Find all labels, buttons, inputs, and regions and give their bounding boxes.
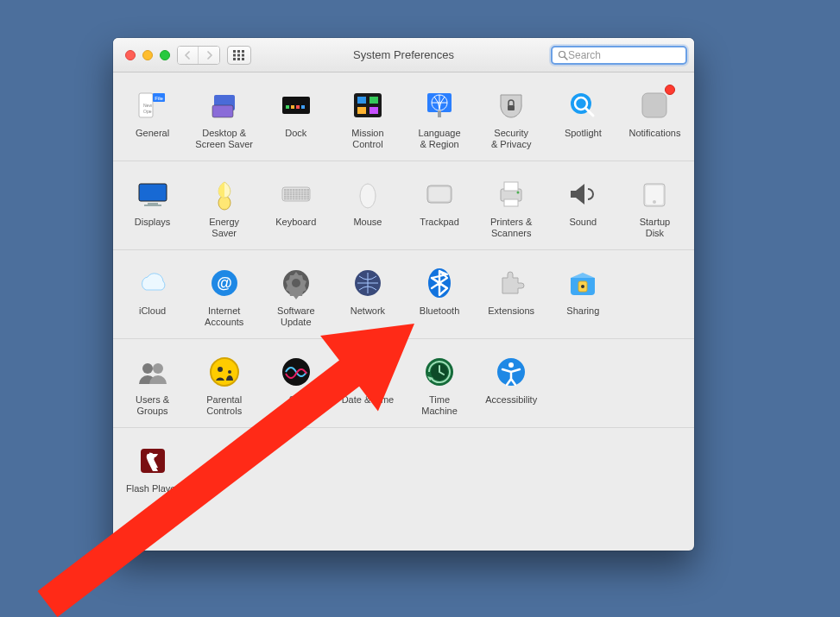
- svg-text:@: @: [217, 274, 232, 292]
- pref-siri[interactable]: Siri: [260, 351, 332, 419]
- svg-rect-80: [287, 198, 289, 199]
- pref-dock[interactable]: Dock: [260, 85, 332, 152]
- svg-rect-74: [295, 196, 298, 198]
- pref-label: iCloud: [139, 305, 166, 317]
- pref-trackpad[interactable]: Trackpad: [404, 173, 476, 241]
- pref-label: Printers & Scanners: [490, 217, 532, 239]
- chevron-right-icon: [205, 51, 213, 60]
- pref-network[interactable]: Network: [332, 262, 403, 330]
- svg-rect-2: [242, 50, 244, 53]
- pref-label: Software Update: [277, 305, 314, 328]
- pref-icloud[interactable]: iCloud: [117, 262, 188, 330]
- zoom-window-button[interactable]: [160, 50, 170, 60]
- pref-row-3: Users & Groups Parental Controls Siri 18…: [113, 339, 694, 428]
- svg-rect-91: [429, 187, 450, 201]
- pref-internet[interactable]: @Internet Accounts: [188, 262, 260, 330]
- svg-rect-26: [369, 97, 378, 104]
- pref-software[interactable]: Software Update: [260, 262, 332, 330]
- svg-rect-117: [369, 370, 382, 374]
- startup-icon: [637, 177, 672, 211]
- pref-printers[interactable]: Printers & Scanners: [476, 173, 547, 241]
- pref-users[interactable]: Users & Groups: [117, 351, 188, 419]
- pref-label: Desktop & Screen Saver: [195, 128, 253, 150]
- svg-rect-48: [298, 189, 300, 191]
- pref-label: Date & Time: [342, 394, 395, 406]
- pref-label: Network: [351, 305, 385, 317]
- svg-text:File: File: [155, 96, 163, 101]
- svg-rect-66: [298, 193, 300, 195]
- extensions-icon: [494, 266, 528, 300]
- back-button[interactable]: [178, 47, 199, 64]
- svg-rect-37: [139, 184, 167, 201]
- pref-label: General: [136, 128, 169, 139]
- pref-mission[interactable]: Mission Control: [332, 85, 403, 152]
- nav-back-forward: [177, 46, 220, 65]
- pref-parental[interactable]: Parental Controls: [188, 351, 260, 419]
- pref-label: Language & Region: [419, 128, 461, 150]
- pref-keyboard[interactable]: Keyboard: [260, 173, 332, 241]
- trackpad-icon: [422, 177, 457, 211]
- pref-sound[interactable]: Sound: [547, 173, 619, 241]
- pref-startup[interactable]: Startup Disk: [619, 173, 691, 241]
- svg-rect-81: [289, 198, 292, 199]
- pref-general[interactable]: File New OpeGeneral: [117, 85, 188, 152]
- pref-flash[interactable]: Flash Player: [117, 440, 188, 496]
- pref-displays[interactable]: Displays: [117, 173, 188, 241]
- pref-extensions[interactable]: Extensions: [476, 262, 547, 330]
- svg-rect-79: [284, 198, 287, 199]
- pref-timemachine[interactable]: Time Machine: [404, 351, 476, 419]
- pref-desktop[interactable]: Desktop & Screen Saver: [188, 85, 260, 152]
- pref-label: Notifications: [628, 128, 680, 139]
- mouse-icon: [351, 177, 385, 211]
- search-field-wrapper[interactable]: [551, 46, 687, 65]
- svg-rect-64: [293, 193, 295, 195]
- svg-rect-78: [306, 196, 309, 198]
- svg-rect-86: [304, 198, 306, 199]
- pref-label: Mouse: [353, 217, 382, 228]
- pref-language[interactable]: Language & Region: [404, 85, 476, 152]
- displays-icon: [136, 177, 170, 211]
- pref-label: Spotlight: [565, 128, 602, 139]
- forward-button[interactable]: [199, 47, 219, 64]
- pref-security[interactable]: Security & Privacy: [476, 85, 547, 152]
- pref-row-4: Flash Player: [113, 428, 694, 505]
- svg-rect-47: [295, 189, 298, 191]
- grid-icon: [233, 50, 245, 60]
- parental-icon: [207, 355, 242, 389]
- svg-rect-43: [284, 189, 287, 191]
- pref-mouse[interactable]: Mouse: [332, 173, 403, 241]
- pref-spotlight[interactable]: Spotlight: [547, 85, 619, 152]
- svg-text:18: 18: [372, 375, 379, 381]
- svg-point-102: [292, 279, 300, 287]
- svg-rect-53: [287, 192, 289, 193]
- mission-icon: [351, 88, 385, 123]
- pref-notifications[interactable]: Notifications: [619, 85, 691, 152]
- minimize-window-button[interactable]: [142, 50, 153, 60]
- show-all-button[interactable]: [227, 46, 251, 65]
- desktop-icon: [207, 88, 242, 123]
- svg-rect-21: [291, 105, 294, 109]
- search-input[interactable]: [568, 49, 680, 61]
- svg-point-98: [653, 200, 656, 204]
- pref-label: Users & Groups: [136, 394, 169, 417]
- svg-rect-46: [293, 189, 295, 191]
- svg-rect-28: [369, 107, 378, 114]
- network-icon: [351, 266, 385, 300]
- svg-rect-85: [301, 198, 304, 199]
- pref-bluetooth[interactable]: Bluetooth: [404, 262, 476, 330]
- datetime-icon: 18: [351, 355, 385, 389]
- svg-rect-93: [504, 182, 518, 191]
- svg-point-110: [218, 367, 223, 372]
- svg-rect-4: [237, 54, 240, 56]
- pref-sharing[interactable]: Sharing: [547, 262, 619, 330]
- svg-rect-31: [508, 105, 515, 110]
- pref-datetime[interactable]: 18Date & Time: [332, 351, 403, 419]
- pref-energy[interactable]: Energy Saver: [188, 173, 260, 241]
- svg-rect-65: [295, 193, 298, 195]
- pref-label: Flash Player: [126, 483, 179, 494]
- close-window-button[interactable]: [125, 50, 136, 60]
- pref-label: Accessibility: [485, 394, 537, 406]
- sound-icon: [565, 177, 600, 211]
- pref-accessibility[interactable]: Accessibility: [476, 351, 547, 419]
- svg-rect-75: [298, 196, 300, 198]
